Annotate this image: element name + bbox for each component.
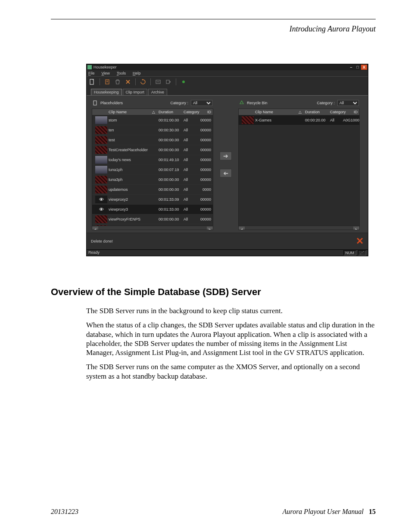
placeholders-grid[interactable]: Clip Name △ Duration Category ID stom00:… <box>92 109 213 230</box>
document-icon <box>93 100 98 106</box>
menu-help[interactable]: Help <box>133 71 141 75</box>
grid-header[interactable]: Clip Name △ Duration Category ID <box>92 109 213 115</box>
category-select-right[interactable]: All <box>337 100 359 106</box>
move-left-button[interactable]: ➔ <box>220 169 232 177</box>
cell-category: All <box>182 127 195 133</box>
status-dot-icon[interactable] <box>180 78 187 86</box>
cell-duration: 00:00:00.00 <box>157 216 182 222</box>
table-row[interactable]: ten00:00:30.00All00000 <box>92 125 213 135</box>
status-num: NUM <box>343 250 357 255</box>
cell-name: tuna3ph <box>107 177 150 183</box>
status-message: Delete done! <box>91 239 113 243</box>
placeholders-panel: Placeholders Category : All Clip Name △ … <box>92 99 213 230</box>
thumbnail <box>92 145 107 155</box>
col-duration[interactable]: Duration <box>303 109 328 115</box>
menu-bar: File View Tools Help <box>87 70 368 76</box>
thumbnail <box>92 185 107 194</box>
h-scrollbar[interactable]: ◄► <box>239 226 359 230</box>
table-row[interactable]: X-Games00:00:20.00AllA0G1000 <box>239 115 359 125</box>
cell-name: tuna1ph <box>107 167 150 173</box>
trash-icon[interactable] <box>114 78 121 86</box>
table-row[interactable]: stom00:01:00.00All00000 <box>92 115 213 125</box>
thumbnail: 👁 <box>92 205 107 214</box>
sort-indicator-icon[interactable]: △ <box>296 109 303 115</box>
footer-manual: Aurora Playout User Manual <box>283 508 364 516</box>
placeholders-title: Placeholders <box>100 101 123 105</box>
toolbar <box>87 76 368 87</box>
new-icon[interactable] <box>88 78 96 86</box>
svg-point-6 <box>182 81 185 83</box>
refresh-icon[interactable] <box>139 78 147 86</box>
col-category[interactable]: Category <box>328 109 341 115</box>
cell-duration: 00:00:00.00 <box>157 137 182 143</box>
table-row[interactable]: TestCreatePlaceholder00:00:00.00All00000 <box>92 145 213 155</box>
thumbnail <box>92 125 107 135</box>
cell-duration: 00:00:20.00 <box>303 117 328 123</box>
cell-name: stom <box>107 117 150 123</box>
sort-indicator-icon[interactable]: △ <box>150 109 157 115</box>
cell-duration: 00:00:07.19 <box>157 167 182 173</box>
tab-archive[interactable]: Archive <box>148 89 167 95</box>
table-row[interactable]: viewProxyFrENPS00:00:00.00All00000 <box>92 215 213 224</box>
delete-x-icon[interactable] <box>124 78 132 86</box>
table-row[interactable]: 👁viewproxy300:01:33.00All00000 <box>92 205 213 215</box>
table-row[interactable]: 👁viewproxy200:01:33.09All00000 <box>92 195 213 205</box>
cell-category: All <box>182 157 195 163</box>
export-icon[interactable] <box>165 78 172 86</box>
delete-x-icon[interactable]: ✕ <box>356 236 364 247</box>
category-label-right: Category : <box>317 101 335 105</box>
recycle-bin-panel: Recycle Bin Category : All Clip Name △ D… <box>238 99 360 230</box>
cell-name: ten <box>107 127 150 133</box>
table-row[interactable]: tuna1ph00:00:07.19All00000 <box>92 165 213 175</box>
col-duration[interactable]: Duration <box>157 109 182 115</box>
titlebar[interactable]: Housekeeper – □ X <box>87 64 368 70</box>
fit-icon[interactable] <box>154 78 162 86</box>
menu-tools[interactable]: Tools <box>117 71 126 75</box>
minimize-button[interactable]: – <box>348 65 354 70</box>
menu-view[interactable]: View <box>102 71 110 75</box>
close-button[interactable]: X <box>361 65 367 70</box>
tab-housekeeping[interactable]: Housekeeping <box>91 89 122 95</box>
housekeeper-window: Housekeeper – □ X File View Tools Help <box>86 64 368 256</box>
table-row[interactable]: test00:00:00.00All00000 <box>92 135 213 145</box>
cell-duration: 00:00:00.00 <box>157 177 182 183</box>
cell-duration: 00:01:00.00 <box>157 117 182 123</box>
col-clipname[interactable]: Clip Name <box>107 109 150 115</box>
cell-id: 00000 <box>195 216 213 222</box>
cell-category: All <box>182 137 195 143</box>
maximize-button[interactable]: □ <box>355 65 361 70</box>
move-right-button[interactable]: ➔ <box>220 152 232 160</box>
cell-name: test <box>107 137 150 143</box>
footer-date: 20131223 <box>51 508 78 516</box>
cell-duration: 00:01:49.10 <box>157 157 182 163</box>
list-icon[interactable] <box>103 78 111 86</box>
h-scrollbar[interactable]: ◄► <box>92 226 213 230</box>
menu-file[interactable]: File <box>88 71 95 75</box>
cell-duration: 00:00:00.00 <box>157 147 182 153</box>
col-id[interactable]: ID <box>341 109 359 115</box>
thumbnail: 👁 <box>92 195 107 204</box>
window-title: Housekeeper <box>93 65 117 69</box>
cell-id: 00000 <box>195 206 213 212</box>
cell-category: All <box>182 206 195 212</box>
thumbnail <box>239 115 253 125</box>
recycle-grid[interactable]: Clip Name △ Duration Category ID X-Games… <box>238 109 360 230</box>
cell-duration: 00:01:33.00 <box>157 206 182 212</box>
cell-name: viewproxy3 <box>107 206 150 212</box>
col-category[interactable]: Category <box>182 109 195 115</box>
paragraph: The SDB Server runs on the same computer… <box>86 362 376 381</box>
status-ready: Ready <box>88 250 100 255</box>
thumbnail <box>92 115 107 125</box>
tab-clip-import[interactable]: Clip Import <box>123 89 148 95</box>
grid-header-right[interactable]: Clip Name △ Duration Category ID <box>239 109 359 115</box>
col-id[interactable]: ID <box>195 109 213 115</box>
table-row[interactable]: updatemos00:00:00.00All0000 <box>92 185 213 195</box>
col-clipname[interactable]: Clip Name <box>253 109 296 115</box>
table-row[interactable]: tuna3ph00:00:00.00All00000 <box>92 175 213 185</box>
cell-id: A0G1000 <box>341 117 359 123</box>
table-row[interactable]: today's news00:01:49.10All00000 <box>92 155 213 165</box>
category-select-left[interactable]: All <box>191 100 212 106</box>
cell-id: 00000 <box>195 157 213 163</box>
resize-grip-icon[interactable]: ⋰ <box>358 250 366 255</box>
cell-category: All <box>328 117 341 123</box>
